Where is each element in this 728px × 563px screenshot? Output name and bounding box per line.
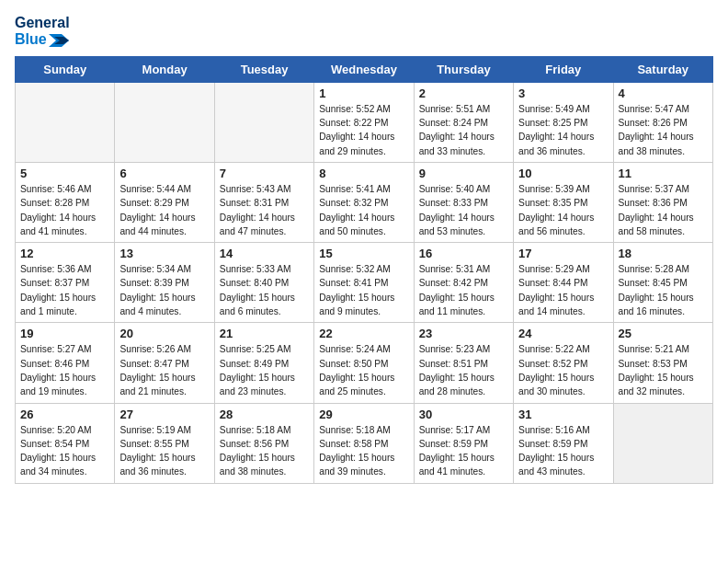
sunset-label: Sunset: 8:33 PM: [419, 198, 488, 208]
day-info: Sunrise: 5:17 AMSunset: 8:59 PMDaylight:…: [419, 423, 508, 479]
calendar-day-cell: 28Sunrise: 5:18 AMSunset: 8:56 PMDayligh…: [214, 403, 313, 483]
sunrise-label: Sunrise: 5:19 AM: [119, 425, 191, 435]
day-info: Sunrise: 5:51 AMSunset: 8:24 PMDaylight:…: [419, 102, 508, 158]
day-number: 7: [220, 167, 309, 180]
day-number: 8: [319, 167, 408, 180]
calendar-day-cell: [613, 403, 712, 483]
logo: General Blue: [15, 15, 70, 49]
day-number: 11: [619, 167, 708, 180]
day-number: 13: [119, 247, 209, 260]
logo-text: General Blue: [15, 15, 70, 49]
day-number: 20: [119, 327, 209, 340]
daylight-label: Daylight: 15 hours and 19 minutes.: [20, 373, 96, 396]
day-info: Sunrise: 5:22 AMSunset: 8:52 PMDaylight:…: [518, 342, 608, 398]
sunset-label: Sunset: 8:25 PM: [518, 118, 587, 128]
sunrise-label: Sunrise: 5:34 AM: [119, 264, 191, 274]
calendar-day-cell: 18Sunrise: 5:28 AMSunset: 8:45 PMDayligh…: [613, 243, 712, 323]
day-number: 29: [319, 408, 408, 421]
sunset-label: Sunset: 8:32 PM: [319, 198, 388, 208]
day-number: 16: [419, 247, 508, 260]
calendar-day-cell: 9Sunrise: 5:40 AMSunset: 8:33 PMDaylight…: [414, 162, 513, 242]
calendar-day-cell: [16, 82, 115, 162]
day-info: Sunrise: 5:36 AMSunset: 8:37 PMDaylight:…: [20, 262, 109, 318]
sunset-label: Sunset: 8:49 PM: [220, 359, 289, 369]
calendar-day-cell: 30Sunrise: 5:17 AMSunset: 8:59 PMDayligh…: [414, 403, 513, 483]
calendar-week-row: 19Sunrise: 5:27 AMSunset: 8:46 PMDayligh…: [16, 323, 713, 403]
calendar-day-cell: 12Sunrise: 5:36 AMSunset: 8:37 PMDayligh…: [16, 243, 115, 323]
calendar-day-cell: 1Sunrise: 5:52 AMSunset: 8:22 PMDaylight…: [314, 82, 414, 162]
daylight-label: Daylight: 14 hours and 53 minutes.: [419, 213, 495, 236]
sunrise-label: Sunrise: 5:52 AM: [319, 104, 391, 114]
day-number: 21: [220, 327, 309, 340]
day-number: 10: [518, 167, 608, 180]
day-number: 18: [619, 247, 708, 260]
sunrise-label: Sunrise: 5:31 AM: [419, 264, 491, 274]
weekday-header-wednesday: Wednesday: [314, 56, 414, 82]
logo: General Blue: [15, 15, 70, 49]
daylight-label: Daylight: 15 hours and 32 minutes.: [619, 373, 694, 396]
sunset-label: Sunset: 8:24 PM: [419, 118, 488, 128]
sunset-label: Sunset: 8:54 PM: [20, 439, 89, 449]
day-info: Sunrise: 5:23 AMSunset: 8:51 PMDaylight:…: [419, 342, 508, 398]
logo-arrow-icon: [49, 32, 69, 49]
daylight-label: Daylight: 15 hours and 36 minutes.: [119, 453, 195, 477]
calendar-day-cell: 3Sunrise: 5:49 AMSunset: 8:25 PMDaylight…: [514, 82, 613, 162]
day-number: 24: [518, 327, 608, 340]
calendar-table: SundayMondayTuesdayWednesdayThursdayFrid…: [15, 56, 713, 484]
calendar-day-cell: 6Sunrise: 5:44 AMSunset: 8:29 PMDaylight…: [115, 162, 214, 242]
day-number: 25: [619, 327, 708, 340]
calendar-day-cell: 23Sunrise: 5:23 AMSunset: 8:51 PMDayligh…: [414, 323, 513, 403]
sunset-label: Sunset: 8:50 PM: [319, 359, 388, 369]
sunrise-label: Sunrise: 5:32 AM: [319, 264, 391, 274]
calendar-week-row: 1Sunrise: 5:52 AMSunset: 8:22 PMDaylight…: [16, 82, 713, 162]
calendar-day-cell: 15Sunrise: 5:32 AMSunset: 8:41 PMDayligh…: [314, 243, 414, 323]
daylight-label: Daylight: 14 hours and 36 minutes.: [518, 132, 594, 155]
day-number: 19: [20, 327, 109, 340]
calendar-day-cell: 7Sunrise: 5:43 AMSunset: 8:31 PMDaylight…: [214, 162, 313, 242]
daylight-label: Daylight: 15 hours and 23 minutes.: [220, 373, 295, 396]
sunrise-label: Sunrise: 5:36 AM: [20, 264, 92, 274]
sunrise-label: Sunrise: 5:51 AM: [419, 104, 491, 114]
sunrise-label: Sunrise: 5:47 AM: [619, 104, 690, 114]
daylight-label: Daylight: 14 hours and 58 minutes.: [619, 213, 694, 236]
sunrise-label: Sunrise: 5:23 AM: [419, 344, 491, 354]
sunset-label: Sunset: 8:22 PM: [319, 118, 388, 128]
calendar-day-cell: [214, 82, 313, 162]
sunrise-label: Sunrise: 5:26 AM: [119, 344, 191, 354]
sunset-label: Sunset: 8:41 PM: [319, 278, 388, 288]
sunset-label: Sunset: 8:53 PM: [619, 359, 688, 369]
sunrise-label: Sunrise: 5:18 AM: [319, 425, 391, 435]
sunset-label: Sunset: 8:40 PM: [220, 278, 289, 288]
day-number: 31: [518, 408, 608, 421]
calendar-day-cell: 22Sunrise: 5:24 AMSunset: 8:50 PMDayligh…: [314, 323, 414, 403]
sunrise-label: Sunrise: 5:20 AM: [20, 425, 92, 435]
daylight-label: Daylight: 15 hours and 39 minutes.: [319, 453, 394, 477]
day-info: Sunrise: 5:26 AMSunset: 8:47 PMDaylight:…: [119, 342, 209, 398]
sunset-label: Sunset: 8:46 PM: [20, 359, 89, 369]
calendar-day-cell: 8Sunrise: 5:41 AMSunset: 8:32 PMDaylight…: [314, 162, 414, 242]
sunrise-label: Sunrise: 5:40 AM: [419, 184, 491, 194]
calendar-day-cell: 5Sunrise: 5:46 AMSunset: 8:28 PMDaylight…: [16, 162, 115, 242]
day-info: Sunrise: 5:46 AMSunset: 8:28 PMDaylight:…: [20, 182, 109, 238]
calendar-day-cell: 16Sunrise: 5:31 AMSunset: 8:42 PMDayligh…: [414, 243, 513, 323]
sunset-label: Sunset: 8:29 PM: [119, 198, 188, 208]
daylight-label: Daylight: 14 hours and 50 minutes.: [319, 213, 394, 236]
daylight-label: Daylight: 15 hours and 16 minutes.: [619, 293, 694, 316]
day-info: Sunrise: 5:43 AMSunset: 8:31 PMDaylight:…: [220, 182, 309, 238]
sunset-label: Sunset: 8:36 PM: [619, 198, 688, 208]
sunset-label: Sunset: 8:51 PM: [419, 359, 488, 369]
daylight-label: Daylight: 15 hours and 41 minutes.: [419, 453, 495, 477]
daylight-label: Daylight: 14 hours and 41 minutes.: [20, 213, 96, 236]
day-info: Sunrise: 5:39 AMSunset: 8:35 PMDaylight:…: [518, 182, 608, 238]
daylight-label: Daylight: 15 hours and 4 minutes.: [119, 293, 195, 316]
weekday-header-sunday: Sunday: [16, 56, 115, 82]
sunrise-label: Sunrise: 5:44 AM: [119, 184, 191, 194]
sunrise-label: Sunrise: 5:22 AM: [518, 344, 590, 354]
sunrise-label: Sunrise: 5:46 AM: [20, 184, 92, 194]
day-info: Sunrise: 5:40 AMSunset: 8:33 PMDaylight:…: [419, 182, 508, 238]
day-number: 2: [419, 86, 508, 100]
day-number: 27: [119, 408, 209, 421]
calendar-day-cell: 29Sunrise: 5:18 AMSunset: 8:58 PMDayligh…: [314, 403, 414, 483]
calendar-day-cell: 24Sunrise: 5:22 AMSunset: 8:52 PMDayligh…: [514, 323, 613, 403]
daylight-label: Daylight: 15 hours and 28 minutes.: [419, 373, 495, 396]
